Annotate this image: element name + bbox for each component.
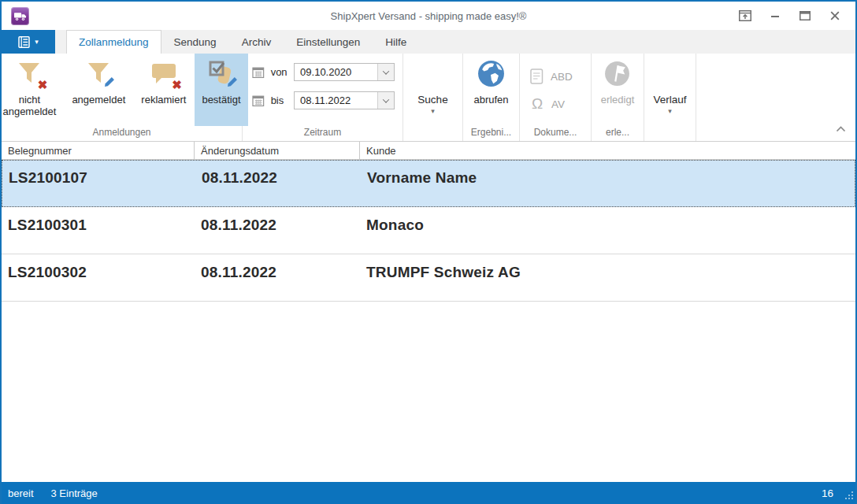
- date-to-dropdown-button[interactable]: [377, 92, 394, 109]
- table-row[interactable]: LS2100302 08.11.2022 TRUMPF Schweiz AG: [2, 254, 855, 302]
- chevron-down-icon: [383, 96, 389, 102]
- date-from-field[interactable]: 09.10.2020: [294, 63, 395, 81]
- date-to-value[interactable]: 08.11.2022: [295, 94, 377, 106]
- speech-bubble-cross-icon: ✖: [148, 57, 180, 89]
- suche-dropdown-button[interactable]: Suche ▾: [403, 54, 462, 126]
- ribbon-group-verlauf: Verlauf ▾: [644, 54, 696, 141]
- date-from-row: von 09.10.2020: [252, 63, 395, 81]
- date-to-row: bis 08.11.2022: [252, 91, 395, 109]
- titlebar: ShipXpert Versand - shipping made easy!®: [2, 2, 855, 30]
- truck-icon: [13, 9, 28, 24]
- abrufen-button[interactable]: abrufen: [466, 54, 515, 126]
- maximize-icon: [799, 11, 811, 20]
- statusbar: bereit 3 Einträge 16: [2, 482, 855, 504]
- application-menu-button[interactable]: ▾: [2, 30, 55, 54]
- calendar-icon: [252, 94, 265, 107]
- date-from-dropdown-button[interactable]: [377, 64, 394, 80]
- resize-grip[interactable]: [844, 491, 854, 502]
- tab-sendung[interactable]: Sendung: [161, 30, 229, 54]
- group-caption-anmeldungen: Anmeldungen: [2, 126, 242, 141]
- minimize-button[interactable]: [769, 10, 781, 21]
- ribbon-group-anmeldungen: ✖ nicht angemeldet: [2, 54, 243, 141]
- status-text: bereit: [8, 487, 34, 499]
- close-button[interactable]: [829, 10, 841, 21]
- chevron-down-icon: [383, 68, 389, 74]
- window-controls: [739, 10, 855, 21]
- nicht-angemeldet-button[interactable]: ✖ nicht angemeldet: [0, 54, 63, 126]
- abd-button[interactable]: ABD: [530, 69, 591, 84]
- ribbon: ✖ nicht angemeldet: [2, 54, 855, 142]
- bestaetigt-button[interactable]: bestätigt: [195, 54, 247, 126]
- window-title: ShipXpert Versand - shipping made easy!®: [331, 10, 527, 22]
- omega-icon: Ω: [530, 97, 544, 111]
- table-header: Belegnummer Änderungsdatum Kunde: [2, 142, 855, 160]
- app-window: ShipXpert Versand - shipping made easy!®: [0, 0, 857, 504]
- group-caption-ergebnis: Ergebni...: [463, 126, 519, 141]
- tab-hilfe[interactable]: Hilfe: [373, 30, 419, 54]
- group-caption-dokumente: Dokume...: [520, 126, 591, 141]
- cell-aenderungsdatum: 08.11.2022: [195, 161, 361, 206]
- column-header-kunde[interactable]: Kunde: [360, 142, 855, 159]
- ribbon-group-dokumente: ABD Ω AV Dokume...: [520, 54, 592, 141]
- group-caption-zeitraum: Zeitraum: [243, 126, 403, 141]
- chevron-down-icon: ▾: [668, 108, 672, 115]
- results-table: Belegnummer Änderungsdatum Kunde LS21001…: [2, 142, 855, 482]
- error-x-icon: ✖: [38, 79, 48, 91]
- group-caption-erledigt: erle...: [592, 126, 644, 141]
- ribbon-group-ergebnis: abrufen Ergebni...: [463, 54, 520, 141]
- cell-kunde: TRUMPF Schweiz AG: [360, 254, 855, 301]
- cell-belegnummer: LS2100302: [2, 254, 195, 301]
- globe-icon: [476, 57, 507, 89]
- ribbon-group-zeitraum: von 09.10.2020 bis: [243, 54, 403, 141]
- calendar-icon: [252, 66, 265, 79]
- verlauf-dropdown-button[interactable]: Verlauf ▾: [644, 54, 696, 126]
- checkbox-pencil-icon: [206, 57, 237, 89]
- date-from-label: von: [271, 66, 288, 78]
- cell-aenderungsdatum: 08.11.2022: [195, 254, 360, 301]
- funnel-pencil-icon: [83, 57, 114, 89]
- entries-count: 3 Einträge: [51, 487, 98, 499]
- cell-aenderungsdatum: 08.11.2022: [195, 207, 360, 254]
- flag-circle-icon: [602, 57, 633, 89]
- maximize-button[interactable]: [799, 10, 811, 21]
- cell-belegnummer: LS2100107: [2, 161, 195, 206]
- date-to-field[interactable]: 08.11.2022: [294, 91, 395, 109]
- table-row[interactable]: LS2100301 08.11.2022 Monaco: [2, 207, 855, 254]
- close-icon: [830, 11, 840, 20]
- chevron-down-icon: ▾: [35, 39, 39, 46]
- ribbon-display-options-button[interactable]: [739, 10, 751, 21]
- chevron-down-icon: ▾: [431, 108, 435, 115]
- status-right-value: 16: [822, 487, 833, 499]
- ribbon-filler: [696, 54, 855, 141]
- tab-archiv[interactable]: Archiv: [229, 30, 284, 54]
- tab-zollanmeldung[interactable]: Zollanmeldung: [66, 30, 161, 54]
- funnel-cross-icon: ✖: [13, 57, 45, 89]
- column-header-belegnummer[interactable]: Belegnummer: [2, 142, 195, 159]
- ribbon-group-suche: Suche ▾: [403, 54, 463, 141]
- minimize-icon: [770, 11, 780, 20]
- table-row[interactable]: LS2100107 08.11.2022 Vorname Name: [2, 160, 855, 207]
- group-caption-empty: [644, 126, 696, 141]
- list-menu-icon: [18, 36, 31, 48]
- ribbon-tabstrip: ▾ Zollanmeldung Sendung Archiv Einstellu…: [2, 30, 855, 54]
- ribbon-group-erledigt: erledigt erle...: [592, 54, 644, 141]
- collapse-ribbon-button[interactable]: [836, 121, 846, 135]
- tab-einstellungen[interactable]: Einstellungen: [284, 30, 373, 54]
- reklamiert-button[interactable]: ✖ reklamiert: [134, 54, 193, 126]
- date-from-value[interactable]: 09.10.2020: [295, 66, 377, 78]
- angemeldet-button[interactable]: angemeldet: [65, 54, 132, 126]
- panel-arrow-up-icon: [739, 10, 751, 21]
- chevron-up-icon: [836, 125, 846, 132]
- cell-kunde: Monaco: [360, 207, 855, 254]
- pencil-icon: [226, 74, 240, 88]
- av-button[interactable]: Ω AV: [530, 97, 591, 111]
- cell-kunde: Vorname Name: [361, 161, 855, 206]
- date-to-label: bis: [271, 94, 288, 106]
- app-logo-truck-icon[interactable]: [11, 7, 29, 25]
- error-x-icon: ✖: [172, 79, 182, 91]
- pencil-icon: [103, 74, 117, 88]
- column-header-aenderungsdatum[interactable]: Änderungsdatum: [195, 142, 360, 159]
- erledigt-button[interactable]: erledigt: [594, 54, 642, 126]
- document-icon: [530, 69, 544, 84]
- group-caption-empty: [403, 126, 462, 141]
